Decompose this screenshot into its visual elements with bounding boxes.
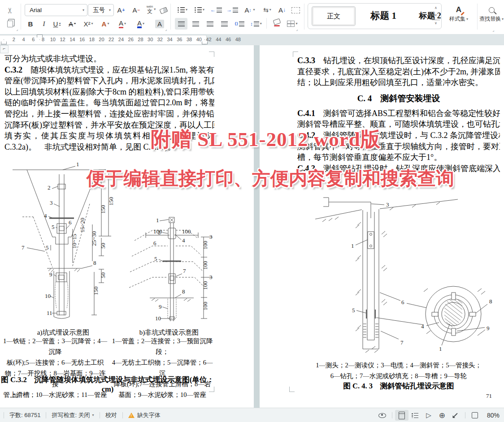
style-set-button[interactable]: A 样式集▾: [445, 4, 473, 23]
missing-font-warning[interactable]: 缺失字体: [128, 411, 161, 419]
bold-button[interactable]: B: [25, 18, 36, 30]
grid-button[interactable]: [290, 4, 301, 16]
bold-icon: B: [28, 20, 33, 28]
distribute-button[interactable]: ⟨⟩: [232, 18, 247, 30]
minus-mark: −: [138, 8, 140, 13]
search-icon: [489, 7, 495, 13]
decrease-indent-button[interactable]: ←: [209, 4, 223, 16]
pinyin-guide-icon: wén 文: [147, 5, 153, 14]
clipboard-group-expander[interactable]: ⌟: [16, 27, 18, 31]
strikethrough-button[interactable]: A▾: [65, 18, 79, 30]
chevron-down-icon: ▾: [466, 17, 468, 21]
style-scroll-down[interactable]: ∨: [432, 12, 440, 18]
chevron-down-icon: ▾: [203, 8, 204, 12]
cut-button[interactable]: ✂: [4, 4, 16, 16]
zoom-level[interactable]: 80%: [487, 412, 500, 419]
chevron-down-icon: ▾: [253, 8, 255, 12]
page-71[interactable]: C.3.3 钻孔埋设，在坝顶钻孔至设计深度，孔径应满足沉降环直径要求，孔底宜深入…: [260, 45, 504, 408]
tab-selector[interactable]: ⌐: [0, 45, 9, 53]
numbered-list-button[interactable]: ▾: [192, 4, 207, 16]
eye-icon: [378, 413, 386, 418]
text-convert-button[interactable]: ⇆▾: [259, 4, 275, 16]
increase-indent-button[interactable]: →: [225, 4, 239, 16]
style-group-expander[interactable]: ⌟: [492, 28, 494, 32]
chevron-down-icon: ▾: [269, 8, 271, 12]
figure-c-legend: 1—测头；2—测读仪；3—电缆；4—测斜管；5—管接头；6—钻孔；7—水泥或砂填…: [297, 360, 500, 381]
increase-font-icon: A: [117, 6, 122, 14]
style-gallery: 正文 标题 1 标题 2 ∧ ∨ ∨: [308, 3, 442, 29]
shading-button[interactable]: [269, 17, 284, 29]
svg-text:10: 10: [45, 293, 51, 299]
word-count[interactable]: 字数: 68751: [9, 411, 40, 419]
read-mode-button[interactable]: [376, 410, 389, 421]
justify-button[interactable]: [218, 18, 230, 30]
svg-text:8: 8: [93, 259, 96, 266]
pinyin-guide-button[interactable]: wén 文 ▾: [143, 4, 159, 15]
copy-icon: [7, 21, 13, 27]
outline-view-button[interactable]: [408, 410, 422, 421]
web-layout-button[interactable]: ⊕: [435, 410, 449, 421]
style-heading1[interactable]: 标题 1: [359, 6, 408, 25]
svg-text:6: 6: [69, 219, 72, 226]
chevron-down-icon: ▾: [260, 22, 262, 26]
find-replace-button[interactable]: 查找替换▾: [479, 4, 504, 23]
paragraph-group-expander[interactable]: ⌟: [296, 27, 298, 31]
sort-button[interactable]: A↓: [275, 4, 290, 16]
style-gallery-expand[interactable]: ∨: [432, 20, 440, 26]
underline-button[interactable]: U▾: [50, 18, 64, 30]
decrease-font-button[interactable]: A−: [130, 4, 143, 16]
paint-bucket-icon: [273, 18, 281, 25]
text-effects-button[interactable]: A▾: [98, 18, 113, 30]
distribute-icon: [239, 22, 244, 26]
page-70[interactable]: 可分为坑式或非坑式埋设。C.3.2 随坝体填筑坑式埋设，应在坝基钻孔深1.5m,…: [0, 45, 254, 408]
chevron-down-icon: ▾: [74, 22, 76, 26]
style-normal[interactable]: 正文: [312, 6, 356, 26]
pen-icon: [453, 413, 458, 418]
svg-text:6: 6: [153, 240, 156, 246]
bullet-list-button[interactable]: ▾: [175, 4, 190, 16]
ruler-numbers: 2468101214161820222426283032343638404244…: [9, 34, 243, 45]
line-spacing-button[interactable]: ↕▾: [248, 18, 265, 30]
eraser-icon: [160, 7, 168, 14]
font-group-expander[interactable]: ⌟: [165, 27, 167, 31]
figure-c32-caption: 图 C.3.2 沉降管随坝体填筑坑式埋设与非坑式埋设示意图(单位：cm): [0, 375, 215, 394]
svg-text:2: 2: [48, 184, 51, 191]
svg-text:4: 4: [421, 323, 424, 330]
proofread-button[interactable]: 校对: [105, 411, 117, 419]
svg-text:100: 100: [153, 228, 162, 235]
font-size-value: 五号: [93, 6, 105, 14]
copy-button[interactable]: [4, 18, 15, 30]
align-center-button[interactable]: [189, 18, 202, 30]
font-color-button[interactable]: A▾: [133, 18, 149, 30]
underline-icon: U: [53, 20, 58, 28]
fullscreen-button[interactable]: [468, 410, 482, 421]
font-size-select[interactable]: 五号 ▾: [88, 4, 114, 16]
italic-button[interactable]: I: [39, 18, 49, 30]
ink-button[interactable]: [449, 410, 462, 421]
sort-arrow: ↓: [283, 7, 286, 13]
borders-button[interactable]: ▾: [284, 18, 300, 30]
highlight-button[interactable]: A▾: [115, 18, 130, 30]
style-scroll-up[interactable]: ∧: [432, 4, 440, 11]
increase-font-button[interactable]: A+: [114, 4, 128, 16]
clear-format-button[interactable]: [158, 4, 169, 16]
figure-inclinometer-borehole: 3 1 5 6 4 7 8 9 1: [309, 191, 500, 358]
horizontal-ruler[interactable]: 2468101214161820222426283032343638404244…: [0, 34, 504, 45]
svg-text:150: 150: [100, 205, 106, 214]
align-right-button[interactable]: [204, 18, 216, 30]
char-scale-button[interactable]: A↕▾: [241, 4, 258, 16]
play-view-button[interactable]: ▷: [422, 410, 435, 421]
status-separator: [465, 412, 465, 418]
chevron-down-icon: ▾: [502, 17, 504, 21]
align-left-button[interactable]: [175, 18, 187, 30]
svg-text:4: 4: [44, 212, 47, 219]
print-layout-button[interactable]: [395, 410, 408, 421]
chevron-down-icon: ▾: [295, 22, 297, 26]
style-set-label: 样式集: [449, 15, 465, 23]
superscript-button[interactable]: X²▾: [81, 18, 96, 30]
font-name-select[interactable]: Arial ▾: [25, 4, 87, 16]
svg-text:3: 3: [209, 274, 213, 280]
char-shading-icon: A: [155, 20, 164, 28]
spellcheck-toggle[interactable]: 拼写检查: 关闭▾: [52, 411, 94, 419]
char-shading-button[interactable]: A: [153, 18, 166, 30]
